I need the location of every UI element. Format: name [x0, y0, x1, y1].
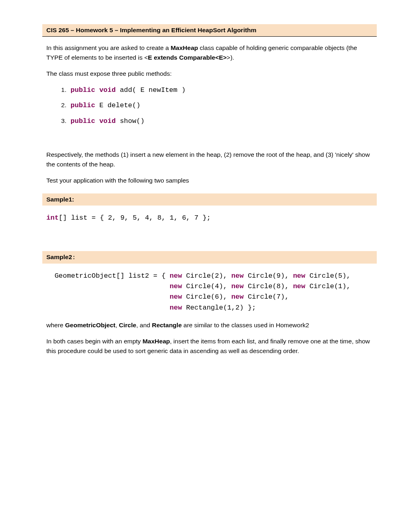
- sample1-code: int[] list = { 2, 9, 5, 4, 8, 1, 6, 7 };: [46, 213, 373, 223]
- list-item: public void show(): [68, 116, 373, 127]
- sample1-label: Sample1:: [46, 196, 74, 203]
- code-text: [46, 293, 170, 301]
- sample2-label: Sample2: [46, 254, 72, 260]
- code-text: Rectangle(1,2) };: [182, 304, 256, 312]
- code-inline: public void show(): [71, 117, 145, 125]
- code-text: [46, 304, 170, 312]
- code-text: E delete(): [95, 102, 140, 109]
- keyword: new: [231, 293, 244, 301]
- keyword: int: [46, 214, 59, 222]
- spacer: [46, 131, 373, 143]
- text-bold: MaxHeap: [143, 338, 170, 345]
- code-text: GeometricObject[] list2 = {: [46, 272, 170, 280]
- text: In both cases begin with an empty: [46, 338, 143, 345]
- text: , and: [136, 322, 152, 328]
- methods-list: public void add( E newItem ) public E de…: [46, 85, 373, 127]
- code-text: [] list = { 2, 9, 5, 4, 8, 1, 6, 7 };: [59, 214, 211, 222]
- colon: :: [72, 254, 76, 261]
- code-inline: public void add( E newItem ): [71, 86, 186, 94]
- body-paragraph-3: Respectively, the methods (1) insert a n…: [46, 150, 373, 169]
- text-bold: E extends Comparable<E>: [148, 54, 227, 61]
- code-text: Circle(9),: [244, 272, 293, 280]
- code-text: Circle(4),: [182, 283, 231, 290]
- code-text: Circle(2),: [182, 272, 231, 280]
- keyword: public void: [71, 86, 116, 94]
- sample2-code: GeometricObject[] list2 = { new Circle(2…: [46, 271, 373, 313]
- list-item: public void add( E newItem ): [68, 85, 373, 96]
- text: ,: [115, 322, 119, 328]
- keyword: new: [293, 272, 305, 280]
- text-bold: MaxHeap: [170, 44, 198, 51]
- spacer: [46, 231, 373, 243]
- code-text: Circle(7),: [244, 293, 289, 301]
- code-text: Circle(6),: [182, 293, 231, 301]
- document-page: CIS 265 – Homework 5 – Implementing an E…: [0, 0, 411, 387]
- text-bold: Circle: [119, 322, 136, 328]
- code-inline: public E delete(): [71, 102, 140, 109]
- keyword: public void: [71, 117, 116, 125]
- code-text: show(): [116, 117, 144, 125]
- document-title-banner: CIS 265 – Homework 5 – Implementing an E…: [42, 24, 377, 37]
- code-text: Circle(5),: [305, 272, 351, 280]
- keyword: new: [170, 272, 182, 280]
- footer-paragraph-6: In both cases begin with an empty MaxHea…: [46, 337, 373, 356]
- keyword: new: [231, 283, 244, 290]
- keyword: new: [231, 272, 244, 280]
- body-paragraph-4: Test your application with the following…: [46, 176, 373, 185]
- keyword: new: [293, 283, 305, 290]
- code-text: [46, 283, 170, 290]
- code-text: Circle(8),: [244, 283, 293, 290]
- code-text: add( E newItem ): [116, 86, 185, 94]
- sample1-heading: Sample1:: [42, 193, 377, 206]
- keyword: new: [170, 283, 182, 290]
- intro-paragraph-1: In this assignment you are asked to crea…: [46, 43, 373, 62]
- keyword: new: [170, 293, 182, 301]
- text: In this assignment you are asked to crea…: [46, 44, 170, 51]
- keyword: new: [170, 304, 182, 312]
- text: where: [46, 322, 65, 328]
- text: are similar to the classes used in Homew…: [182, 322, 309, 328]
- list-item: public E delete(): [68, 100, 373, 111]
- text: >).: [227, 54, 235, 61]
- code-text: Circle(1),: [305, 283, 351, 290]
- text-bold: GeometricObject: [65, 322, 116, 328]
- keyword: public: [71, 102, 95, 109]
- sample2-heading: Sample2:: [42, 251, 377, 264]
- text-bold: Rectangle: [152, 322, 182, 328]
- footer-paragraph-5: where GeometricObject, Circle, and Recta…: [46, 320, 373, 330]
- intro-paragraph-2: The class must expose three public metho…: [46, 69, 373, 79]
- document-title: CIS 265 – Homework 5 – Implementing an E…: [46, 27, 256, 33]
